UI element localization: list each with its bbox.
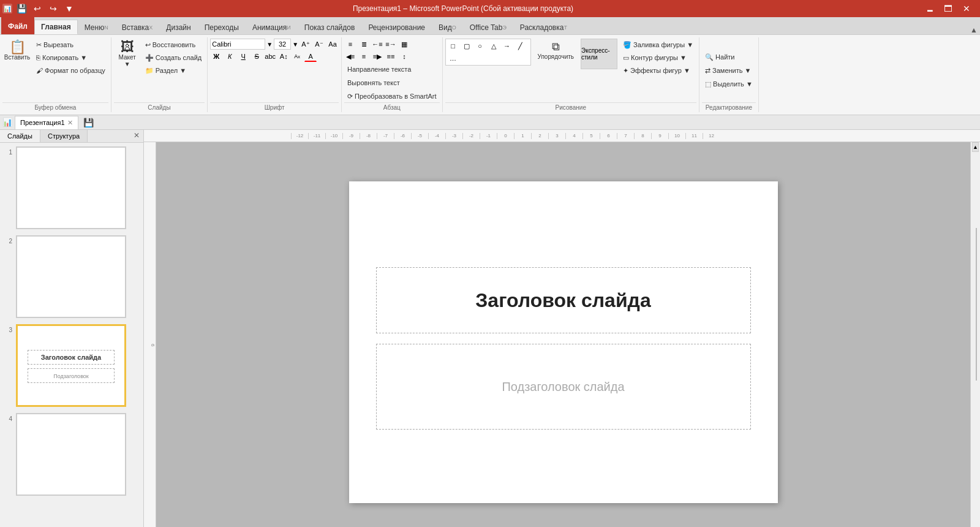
slide-thumb-4[interactable] <box>16 413 126 496</box>
shape-rect-button[interactable]: □ <box>447 40 459 51</box>
tab-view[interactable]: Вид O <box>432 20 463 34</box>
panel-tab-slides[interactable]: Слайды <box>0 130 40 142</box>
maximize-button[interactable]: 🗖 <box>940 2 957 15</box>
shape-outline-button[interactable]: ▭ Контур фигуры ▼ <box>620 51 696 64</box>
shape-effects-button[interactable]: ✦ Эффекты фигур ▼ <box>620 64 696 77</box>
quick-redo-button[interactable]: ↪ <box>47 2 60 15</box>
shape-ellipse-button[interactable]: ○ <box>474 40 486 51</box>
select-button[interactable]: ⬚ Выделить ▼ <box>702 78 756 90</box>
slide-edit-area[interactable]: Заголовок слайда Подзаголовок слайда <box>156 142 970 527</box>
quick-save-button[interactable]: 💾 <box>15 2 28 15</box>
tab-officetab[interactable]: Office Tab Э <box>463 20 513 34</box>
tab-slideshow[interactable]: Показ слайдов <box>298 20 362 34</box>
tab-home[interactable]: Главная <box>34 20 78 34</box>
tab-insert[interactable]: Вставка X <box>115 20 160 34</box>
slide-item-1[interactable]: 1 <box>2 145 141 230</box>
replace-button[interactable]: ⇄ Заменить ▼ <box>702 64 756 77</box>
shape-props-col: 🪣 Заливка фигуры ▼ ▭ Контур фигуры ▼ ✦ Э… <box>620 39 696 77</box>
restore-button[interactable]: ↩ Восстановить <box>142 39 205 51</box>
spacing-button[interactable]: A↕ <box>277 51 290 62</box>
scroll-up-button[interactable]: ▲ <box>972 142 979 152</box>
slide-thumb-3[interactable]: Заголовок слайда Подзаголовок <box>16 324 126 407</box>
underline-button[interactable]: Ч <box>237 51 249 62</box>
line-spacing-button[interactable]: ↕ <box>398 51 410 62</box>
tab-animations[interactable]: Анимация И <box>246 20 298 34</box>
tab-close-button[interactable]: ✕ <box>67 119 73 127</box>
tab-layout[interactable]: Раскладовка T <box>513 20 574 34</box>
ribbon-collapse-button[interactable]: ▲ <box>970 26 978 34</box>
right-scrollbar[interactable]: ▲ ▼ <box>970 142 980 527</box>
arrange-button[interactable]: ⧉ Упорядочить <box>533 39 579 62</box>
shape-fill-button[interactable]: 🪣 Заливка фигуры ▼ <box>620 39 696 51</box>
font-name-input[interactable] <box>210 39 265 50</box>
justify-button[interactable]: ≡≡ <box>385 51 397 62</box>
subscript-button[interactable]: Ax <box>291 51 303 62</box>
shapes-panel: □ ▢ ○ △ → ╱ … <box>445 39 531 66</box>
slide-title[interactable]: Заголовок слайда <box>475 289 650 312</box>
align-text-button[interactable]: Выровнять текст <box>344 77 403 89</box>
bold-button[interactable]: Ж <box>210 51 222 62</box>
new-slide-button[interactable]: 🖼 Макет ▼ <box>114 39 141 102</box>
document-tab-presentation1[interactable]: Презентация1 ✕ <box>15 116 78 129</box>
tab-review[interactable]: Рецензирование <box>361 20 432 34</box>
close-button[interactable]: ✕ <box>958 2 975 15</box>
panel-tab-outline[interactable]: Структура <box>40 130 88 142</box>
clear-format-button[interactable]: Aa <box>326 39 339 50</box>
section-button[interactable]: 📁 Раздел ▼ <box>142 64 205 77</box>
scroll-thumb[interactable] <box>976 228 977 380</box>
indent-inc-button[interactable]: ≡→ <box>385 39 397 50</box>
shape-rounded-button[interactable]: ▢ <box>461 40 473 51</box>
panel-close-button[interactable]: ✕ <box>130 130 143 142</box>
strikethrough-button[interactable]: S <box>251 51 263 62</box>
quick-menu-button[interactable]: ▼ <box>62 2 76 15</box>
tab-transitions[interactable]: Переходы <box>198 20 246 34</box>
font-label: Шрифт <box>210 102 339 111</box>
minimize-button[interactable]: 🗕 <box>921 2 938 15</box>
format-painter-button[interactable]: 🖌 Формат по образцу <box>33 64 108 77</box>
slide-num-1: 1 <box>4 146 12 156</box>
font-color-button[interactable]: A <box>304 51 317 62</box>
shape-arrow-button[interactable]: → <box>501 40 513 51</box>
para-row5: ⟳ Преобразовать в SmartArt <box>344 90 439 102</box>
quick-undo-button[interactable]: ↩ <box>31 2 44 15</box>
smartart-button[interactable]: ⟳ Преобразовать в SmartArt <box>344 90 439 102</box>
indent-dec-button[interactable]: ←≡ <box>371 39 383 50</box>
tab-design[interactable]: Дизайн <box>159 20 197 34</box>
shadow-button[interactable]: abc <box>264 51 276 62</box>
text-direction-button[interactable]: Направление текста <box>344 63 414 75</box>
drawing-label: Рисование <box>445 102 697 111</box>
slide-item-3[interactable]: 3 Заголовок слайда Подзаголовок <box>2 323 141 408</box>
font-size-input[interactable] <box>274 39 291 50</box>
slide-item-4[interactable]: 4 <box>2 412 141 497</box>
main-area: Слайды Структура ✕ 1 2 3 <box>0 130 980 527</box>
create-slide-button[interactable]: ➕ Создать слайд <box>142 51 205 64</box>
shape-triangle-button[interactable]: △ <box>488 40 500 51</box>
align-right-button[interactable]: ≡▶ <box>371 51 383 62</box>
subtitle-placeholder[interactable]: Подзаголовок слайда <box>376 344 751 430</box>
slide-panel-tabs: Слайды Структура ✕ <box>0 130 143 143</box>
find-button[interactable]: 🔍 Найти <box>702 51 756 63</box>
tab-file[interactable]: Файл <box>1 17 34 34</box>
cut-button[interactable]: ✂ Вырезать <box>33 39 108 51</box>
italic-button[interactable]: К <box>224 51 236 62</box>
shape-more-button[interactable]: … <box>447 53 459 64</box>
tab-menu[interactable]: Меню N <box>78 20 115 34</box>
shape-line-button[interactable]: ╱ <box>514 40 527 51</box>
columns-button[interactable]: ▦ <box>398 39 410 50</box>
save-doc-button[interactable]: 💾 <box>80 118 97 127</box>
slide-item-2[interactable]: 2 <box>2 234 141 319</box>
slide-subtitle[interactable]: Подзаголовок слайда <box>502 380 624 394</box>
font-row1: ▼ ▼ A⁺ A⁻ Aa <box>210 39 339 50</box>
copy-button[interactable]: ⎘ Копировать ▼ <box>33 51 108 64</box>
paste-button[interactable]: 📋 Вставить <box>2 39 32 102</box>
align-left-button[interactable]: ◀≡ <box>344 51 356 62</box>
title-placeholder[interactable]: Заголовок слайда <box>376 267 751 333</box>
slide-thumb-1[interactable] <box>16 146 126 229</box>
thumb-3-title: Заголовок слайда <box>41 354 101 361</box>
font-shrink-button[interactable]: A⁻ <box>313 39 325 50</box>
bullet-button[interactable]: ≡ <box>344 39 356 50</box>
slide-thumb-2[interactable] <box>16 235 126 318</box>
align-center-button[interactable]: ≡ <box>358 51 370 62</box>
font-grow-button[interactable]: A⁺ <box>300 39 312 50</box>
numbered-button[interactable]: ≣ <box>358 39 370 50</box>
